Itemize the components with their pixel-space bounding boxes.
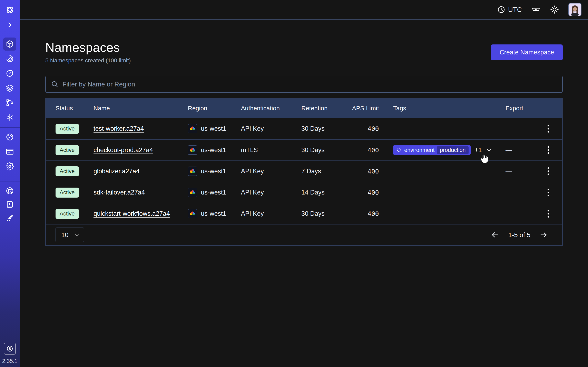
sidebar-item-settings[interactable] — [3, 160, 16, 173]
page-size-select[interactable]: 10 — [56, 227, 84, 242]
row-menu-button[interactable] — [544, 123, 553, 134]
book-sparkle-icon — [6, 201, 14, 209]
gcp-logo-icon — [188, 209, 197, 218]
sidebar-divider — [0, 127, 20, 128]
status-badge: Active — [56, 209, 79, 219]
column-header-region: Region — [188, 105, 241, 112]
sidebar-item-deployments[interactable] — [3, 82, 16, 95]
auth-label: API Key — [241, 167, 301, 175]
chevron-right-icon — [7, 22, 13, 28]
auth-label: API Key — [241, 125, 301, 132]
export-value: — — [506, 125, 544, 132]
sidebar-item-docs[interactable] — [3, 198, 16, 211]
aps-value: 400 — [348, 189, 379, 196]
rocket-icon — [6, 215, 14, 223]
page-size-value: 10 — [61, 231, 69, 239]
sidebar-expand-button[interactable] — [3, 18, 16, 31]
region-label: us-west1 — [201, 167, 226, 175]
row-menu-button[interactable] — [544, 145, 553, 156]
retention-label: 30 Days — [301, 125, 348, 132]
pagination-range: 1-5 of 5 — [508, 231, 530, 239]
sidebar-item-support[interactable] — [3, 184, 16, 197]
table-row: Active checkout-prod.a27a4 us-west1 mTLS… — [46, 139, 562, 160]
row-menu-button[interactable] — [544, 187, 553, 198]
region-label: us-west1 — [201, 189, 226, 196]
gauge-icon — [6, 133, 14, 141]
aps-value: 400 — [348, 146, 379, 154]
labs-toggle-button[interactable] — [531, 5, 541, 14]
sun-icon — [550, 5, 559, 14]
timer-icon — [6, 69, 14, 77]
tag-icon — [397, 147, 402, 153]
asterisk-icon — [6, 113, 14, 122]
row-menu-button[interactable] — [544, 166, 553, 177]
arrow-left-icon — [491, 231, 499, 239]
sidebar-item-batch-operations[interactable] — [3, 96, 16, 109]
next-page-button[interactable] — [539, 231, 548, 239]
gcp-logo-icon — [188, 167, 197, 176]
chevron-down-icon — [74, 232, 80, 238]
table-header: Status Name Region Authentication Retent… — [46, 99, 562, 118]
tag-value: production — [437, 146, 468, 154]
namespace-link[interactable]: sdk-failover.a27a4 — [94, 189, 145, 196]
cube-icon — [6, 40, 14, 48]
tags-more-count: +1 — [475, 146, 482, 154]
theme-toggle-button[interactable] — [550, 5, 559, 14]
dollar-badge-icon: $ — [6, 345, 13, 352]
layers-icon — [6, 84, 14, 92]
branch-icon — [6, 99, 14, 107]
clock-icon — [497, 6, 505, 14]
column-header-retention: Retention — [301, 105, 348, 112]
timezone-label: UTC — [508, 6, 522, 13]
aps-value: 400 — [348, 125, 379, 132]
export-value: — — [506, 167, 544, 175]
status-badge: Active — [56, 145, 79, 155]
gcp-logo-icon — [188, 188, 197, 197]
table-row: Active test-worker.a27a4 us-west1 API Ke… — [46, 118, 562, 139]
user-avatar[interactable] — [568, 3, 581, 16]
sidebar-item-billing[interactable] — [3, 145, 16, 158]
sidebar-item-nexus[interactable] — [3, 111, 16, 124]
auth-label: API Key — [241, 210, 301, 217]
filter-input[interactable] — [62, 81, 557, 88]
column-header-tags: Tags — [379, 105, 506, 112]
status-badge: Active — [56, 188, 79, 198]
table-row: Active quickstart-workflows.a27a4 us-wes… — [46, 203, 562, 224]
lifebuoy-icon — [6, 187, 14, 195]
main-content: Namespaces 5 Namespaces created (100 lim… — [20, 20, 588, 367]
status-badge: Active — [56, 124, 79, 134]
gcp-logo-icon — [188, 124, 197, 133]
aps-value: 400 — [348, 167, 379, 175]
timezone-button[interactable]: UTC — [497, 6, 522, 14]
row-menu-button[interactable] — [544, 208, 553, 219]
region-label: us-west1 — [201, 146, 226, 154]
sidebar-item-schedules[interactable] — [3, 67, 16, 80]
status-badge: Active — [56, 166, 79, 176]
tag-pill[interactable]: environment production — [393, 145, 471, 155]
table-footer: 10 1-5 of 5 — [46, 224, 562, 245]
export-value: — — [506, 146, 544, 154]
sidebar-item-namespaces[interactable] — [3, 38, 16, 50]
tags-expand-chevron-icon[interactable] — [486, 147, 493, 153]
namespace-link[interactable]: globalizer.a27a4 — [94, 167, 140, 175]
namespace-link[interactable]: test-worker.a27a4 — [94, 125, 144, 132]
sidebar-item-getting-started[interactable] — [3, 212, 16, 225]
namespace-link[interactable]: checkout-prod.a27a4 — [94, 146, 153, 154]
svg-text:$: $ — [9, 347, 11, 351]
retention-label: 7 Days — [301, 167, 348, 175]
namespace-link[interactable]: quickstart-workflows.a27a4 — [94, 210, 170, 217]
sidebar-item-usage[interactable] — [3, 131, 16, 143]
column-header-export: Export — [506, 105, 544, 112]
page-title: Namespaces — [45, 41, 131, 54]
prev-page-button[interactable] — [491, 231, 499, 239]
retention-label: 30 Days — [301, 210, 348, 217]
column-header-name: Name — [94, 105, 188, 112]
temporal-logo — [3, 3, 16, 16]
namespaces-table: Status Name Region Authentication Retent… — [45, 98, 563, 246]
create-namespace-button[interactable]: Create Namespace — [491, 44, 563, 60]
export-value: — — [506, 189, 544, 196]
temporal-logo-icon — [6, 6, 14, 14]
sidebar-item-workflows[interactable] — [3, 52, 16, 65]
topbar: UTC — [20, 0, 588, 20]
plan-usage-button[interactable]: $ — [4, 343, 16, 355]
